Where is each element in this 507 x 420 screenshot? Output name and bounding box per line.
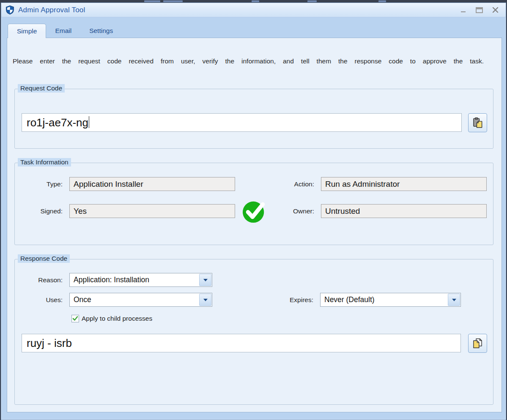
uses-value: Once (70, 293, 199, 306)
type-label: Type: (22, 180, 63, 188)
reason-label: Reason: (22, 276, 63, 284)
minimize-button[interactable] (460, 6, 467, 14)
action-field[interactable]: Run as Administrator (321, 177, 487, 191)
window-title: Admin Approval Tool (18, 6, 460, 14)
chevron-down-icon (203, 299, 208, 301)
reason-value: Application: Installation (70, 273, 199, 286)
request-code-group-label: Request Code (18, 84, 65, 93)
tab-strip: Simple Email Settings (8, 24, 122, 38)
tab-simple[interactable]: Simple (8, 24, 46, 38)
signed-field[interactable]: Yes (69, 204, 235, 218)
uses-dropdown-button[interactable] (199, 294, 211, 306)
window-body: Simple Email Settings Please enter the r… (1, 17, 506, 420)
green-check-icon (242, 199, 267, 224)
chevron-down-icon (203, 279, 208, 281)
uses-label: Uses: (22, 296, 63, 304)
background-fragment (378, 0, 386, 2)
background-fragment (307, 0, 317, 2)
reason-dropdown-button[interactable] (199, 274, 211, 286)
request-code-input[interactable]: ro1j-ae7x-ng (22, 113, 462, 132)
reason-select[interactable]: Application: Installation (69, 273, 212, 287)
checkmark-icon (72, 316, 78, 322)
text-caret (89, 116, 89, 128)
paste-icon (472, 117, 483, 128)
response-code-output[interactable]: ruyj - isrb (22, 334, 461, 352)
tab-settings[interactable]: Settings (80, 24, 122, 38)
copy-icon (472, 338, 483, 349)
simple-tab-panel: Please enter the request code received f… (7, 38, 502, 412)
background-fragment (252, 0, 259, 2)
maximize-button[interactable] (476, 6, 483, 14)
app-window: Admin Approval Tool Simple Email Setting… (1, 3, 506, 420)
close-button[interactable] (492, 6, 499, 14)
signed-label: Signed: (22, 207, 63, 215)
chevron-down-icon (452, 299, 456, 301)
expires-label: Expires: (274, 296, 313, 304)
expires-value: Never (Default) (321, 293, 447, 306)
apply-children-checkbox[interactable] (71, 315, 79, 322)
paste-button[interactable] (468, 113, 487, 132)
background-fragment (144, 0, 160, 2)
request-code-group: Request Code ro1j-ae7x-ng (14, 89, 493, 149)
expires-select[interactable]: Never (Default) (320, 293, 461, 307)
shield-icon (5, 5, 15, 15)
background-fragment (163, 0, 183, 2)
uses-select[interactable]: Once (69, 293, 212, 307)
response-code-value: ruyj - isrb (27, 337, 72, 349)
response-code-group-label: Response Code (18, 254, 70, 263)
apply-children-label: Apply to child processes (82, 315, 152, 322)
task-information-group: Task Information Type: Application Insta… (14, 163, 493, 245)
type-field[interactable]: Application Installer (69, 177, 235, 191)
instruction-text: Please enter the request code received f… (13, 57, 484, 65)
response-code-group: Response Code Reason: Application: Insta… (14, 259, 493, 405)
owner-field[interactable]: Untrusted (321, 204, 487, 218)
action-label: Action: (277, 180, 314, 188)
expires-dropdown-button[interactable] (448, 294, 460, 306)
title-bar: Admin Approval Tool (1, 3, 506, 17)
copy-button[interactable] (468, 334, 487, 353)
tab-email[interactable]: Email (46, 24, 80, 38)
owner-label: Owner: (277, 207, 314, 215)
task-information-group-label: Task Information (18, 158, 71, 166)
request-code-value: ro1j-ae7x-ng (27, 116, 88, 129)
